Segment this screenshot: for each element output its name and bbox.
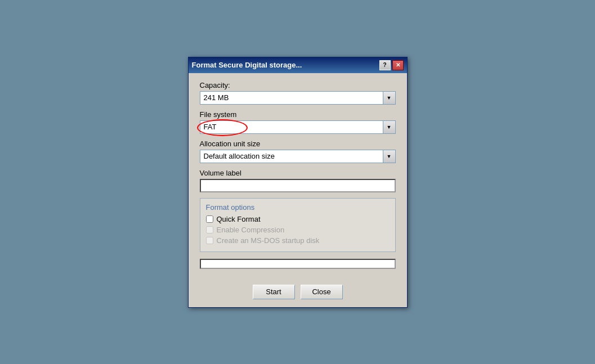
format-options-title: Format options bbox=[206, 203, 390, 212]
capacity-select[interactable]: 241 MB bbox=[200, 91, 396, 105]
create-startup-item: Create an MS-DOS startup disk bbox=[206, 236, 390, 245]
title-bar-buttons: ? ✕ bbox=[379, 60, 404, 70]
filesystem-dropdown-arrow[interactable] bbox=[383, 121, 395, 133]
volume-input[interactable] bbox=[200, 179, 396, 192]
allocation-value: Default allocation size bbox=[200, 151, 383, 161]
help-button[interactable]: ? bbox=[379, 60, 391, 70]
allocation-label: Allocation unit size bbox=[200, 140, 396, 148]
title-bar: Format Secure Digital storage... ? ✕ bbox=[189, 57, 407, 73]
volume-field-group: Volume label bbox=[200, 169, 396, 192]
capacity-field-group: Capacity: 241 MB bbox=[200, 81, 396, 105]
filesystem-select[interactable]: FAT bbox=[200, 120, 396, 134]
progress-bar-container bbox=[200, 259, 396, 269]
capacity-value: 241 MB bbox=[200, 92, 383, 103]
capacity-label: Capacity: bbox=[200, 81, 396, 89]
quick-format-item: Quick Format bbox=[206, 215, 390, 223]
dialog-footer: Start Close bbox=[189, 285, 407, 307]
allocation-select[interactable]: Default allocation size bbox=[200, 150, 396, 163]
capacity-dropdown-arrow[interactable] bbox=[383, 92, 395, 104]
dialog-window: Format Secure Digital storage... ? ✕ Cap… bbox=[188, 57, 408, 308]
dialog-body: Capacity: 241 MB File system FAT Allocat… bbox=[189, 73, 407, 285]
window-close-button[interactable]: ✕ bbox=[392, 60, 404, 70]
enable-compression-item: Enable Compression bbox=[206, 226, 390, 234]
enable-compression-label: Enable Compression bbox=[217, 226, 285, 234]
filesystem-label: File system bbox=[200, 110, 396, 119]
filesystem-field-group: File system FAT bbox=[200, 110, 396, 134]
quick-format-label[interactable]: Quick Format bbox=[217, 215, 261, 223]
create-startup-checkbox bbox=[206, 237, 213, 244]
filesystem-value: FAT bbox=[200, 122, 383, 132]
allocation-field-group: Allocation unit size Default allocation … bbox=[200, 140, 396, 163]
close-button[interactable]: Close bbox=[301, 285, 343, 299]
start-button[interactable]: Start bbox=[253, 285, 295, 299]
dialog-title: Format Secure Digital storage... bbox=[192, 61, 379, 69]
create-startup-label: Create an MS-DOS startup disk bbox=[217, 236, 320, 245]
format-options-group: Format options Quick Format Enable Compr… bbox=[200, 198, 396, 252]
enable-compression-checkbox bbox=[206, 226, 213, 233]
volume-label: Volume label bbox=[200, 169, 396, 177]
quick-format-checkbox[interactable] bbox=[206, 215, 213, 223]
allocation-dropdown-arrow[interactable] bbox=[383, 150, 395, 163]
